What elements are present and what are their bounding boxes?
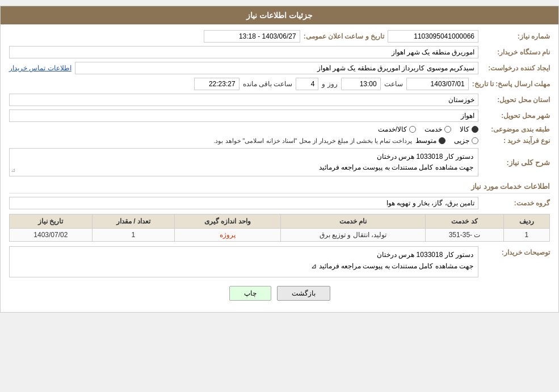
sharhKolli-label: شرح کلی نیاز:: [482, 158, 550, 167]
page-header: جزئیات اطلاعات نیاز: [1, 6, 558, 24]
radio-kalakhedmat: کالا/خدمت: [378, 125, 416, 133]
table-header-row: ردیف کد خدمت نام خدمت واحد اندازه گیری ت…: [10, 214, 550, 229]
noeFarayand-label: نوع فرآیند خرید :: [482, 137, 550, 145]
row-mohlat: مهلت ارسال پاسخ: تا تاریخ: 1403/07/01 سا…: [9, 78, 550, 90]
print-button[interactable]: چاپ: [229, 286, 271, 301]
saat-label: ساعت: [384, 80, 403, 88]
radio-kalakhedmat-circle: [409, 126, 416, 133]
radio-khedmat: خدمت: [424, 125, 451, 133]
ijadKonande-value: سیدکریم موسوی کاربرداز اموریرق منطقه یک …: [75, 62, 478, 74]
ijadKonande-label: ایجاد کننده درخواست:: [482, 64, 550, 72]
tabaqe-radio-group: کالا خدمت کالا/خدمت: [378, 125, 478, 133]
saatBaqi-label: ساعت باقی مانده: [243, 80, 293, 88]
cell-tedad: 1: [92, 229, 175, 242]
radio-jozyi-label: جزیی: [454, 137, 469, 145]
cell-tarikhNiaz: 1403/07/02: [10, 229, 93, 242]
radio-jozyi: جزیی: [454, 137, 478, 145]
row-tosifat: توصیحات خریدار: دستور کار 1033018 هرس در…: [9, 246, 550, 277]
page-title: جزئیات اطلاعات نیاز: [246, 11, 313, 20]
tarikhIlan-label: تاریخ و ساعت اعلان عمومی:: [304, 32, 384, 40]
row-noeFarayand: نوع فرآیند خرید : جزیی متوسط پرداخت تمام…: [9, 137, 550, 145]
row-sharhKolli: شرح کلی نیاز: دستور کار 1033018 هرس درخت…: [9, 148, 550, 176]
roz-label: روز و: [322, 80, 337, 88]
row-tabaqe: طبقه بندی موضوعی: کالا خدمت کالا/خدمت: [9, 125, 550, 133]
cell-kodKhedmat: ت -35-351: [426, 229, 503, 242]
radio-motavaset-circle: [439, 137, 445, 144]
row-ijadKonande: ایجاد کننده درخواست: سیدکریم موسوی کاربر…: [9, 62, 550, 74]
tosifat-label: توصیحات خریدار:: [482, 246, 550, 256]
col-kodKhedmat: کد خدمت: [426, 214, 503, 229]
sharhKolli-value: دستور کار 1033018 هرس درختان جهت مشاهده …: [9, 148, 478, 176]
radio-kala: کالا: [460, 125, 478, 133]
col-radif: ردیف: [503, 214, 549, 229]
service-table: ردیف کد خدمت نام خدمت واحد اندازه گیری ت…: [9, 214, 550, 242]
resize-icon: ⊿: [11, 166, 15, 175]
col-tedad: تعداد / مقدار: [92, 214, 175, 229]
farayand-note: پرداخت تمام یا بخشی از مبلغ خریدار از مح…: [213, 137, 412, 145]
table-row: 1ت -35-351تولید، انتقال و توزیع برقپروژه…: [10, 229, 550, 242]
cell-vahedAndaze: پروژه: [175, 229, 280, 242]
mohlat-roz: 4: [296, 78, 318, 90]
col-tarikh: تاریخ نیاز: [10, 214, 93, 229]
radio-khedmat-circle: [444, 126, 451, 133]
tabaqe-label: طبقه بندی موضوعی:: [482, 125, 550, 133]
ijadKonande-link[interactable]: اطلاعات تماس خریدار: [9, 64, 72, 72]
radio-khedmat-label: خدمت: [424, 125, 442, 133]
namDastgah-value: اموریرق منطقه یک شهر اهواز: [9, 46, 478, 58]
shahr-label: شهر محل تحویل:: [482, 112, 550, 120]
cell-namKhedmat: تولید، انتقال و توزیع برق: [280, 229, 426, 242]
ostan-label: استان محل تحویل:: [482, 96, 550, 104]
saat-remaining-value: 22:23:27: [194, 78, 239, 90]
farayand-radio-group: جزیی متوسط: [415, 137, 478, 145]
tosifat-resize-icon: ⊿: [311, 262, 317, 270]
row-shahr: شهر محل تحویل: اهواز: [9, 109, 550, 122]
mohlat-date: 1403/07/01: [406, 78, 469, 90]
mohlat-label: مهلت ارسال پاسخ: تا تاریخ:: [472, 80, 550, 88]
service-section-title: اطلاعات خدمات مورد نیاز: [9, 182, 550, 193]
radio-motavaset: متوسط: [415, 137, 445, 145]
radio-kalakhedmat-label: کالا/خدمت: [378, 125, 407, 133]
row-shomareNiaz: شماره نیاز: 1103095041000066 تاریخ و ساع…: [9, 30, 550, 43]
back-button[interactable]: بازگشت: [277, 286, 330, 301]
namDastgah-label: نام دستگاه خریدار:: [482, 48, 550, 56]
cell-radif: 1: [503, 229, 549, 242]
shomareNiaz-value: 1103095041000066: [388, 30, 478, 43]
groheKhedmat-label: گروه خدمت:: [482, 199, 550, 207]
radio-kala-circle: [472, 126, 478, 133]
col-namKhedmat: نام خدمت: [280, 214, 426, 229]
shahr-value: اهواز: [9, 109, 478, 122]
service-table-section: ردیف کد خدمت نام خدمت واحد اندازه گیری ت…: [9, 214, 550, 242]
row-namDastgah: نام دستگاه خریدار: اموریرق منطقه یک شهر …: [9, 46, 550, 58]
shomareNiaz-label: شماره نیاز:: [482, 32, 550, 40]
radio-motavaset-label: متوسط: [415, 137, 436, 145]
ostan-value: خوزستان: [9, 94, 478, 106]
tarikhIlan-value: 1403/06/27 - 13:18: [204, 30, 300, 43]
radio-kala-label: کالا: [460, 125, 469, 133]
mohlat-saat: 13:00: [341, 78, 381, 90]
groheKhedmat-value: تامین برق، گاز، بخار و تهویه هوا: [9, 197, 478, 209]
col-vahed: واحد اندازه گیری: [175, 214, 280, 229]
tosifat-value: دستور کار 1033018 هرس درختان جهت مشاهده …: [9, 246, 478, 277]
row-ostan: استان محل تحویل: خوزستان: [9, 94, 550, 106]
row-groheKhedmat: گروه خدمت: تامین برق، گاز، بخار و تهویه …: [9, 197, 550, 209]
buttons-row: بازگشت چاپ: [9, 286, 550, 301]
radio-jozyi-circle: [472, 137, 478, 144]
main-content: شماره نیاز: 1103095041000066 تاریخ و ساع…: [1, 24, 558, 312]
